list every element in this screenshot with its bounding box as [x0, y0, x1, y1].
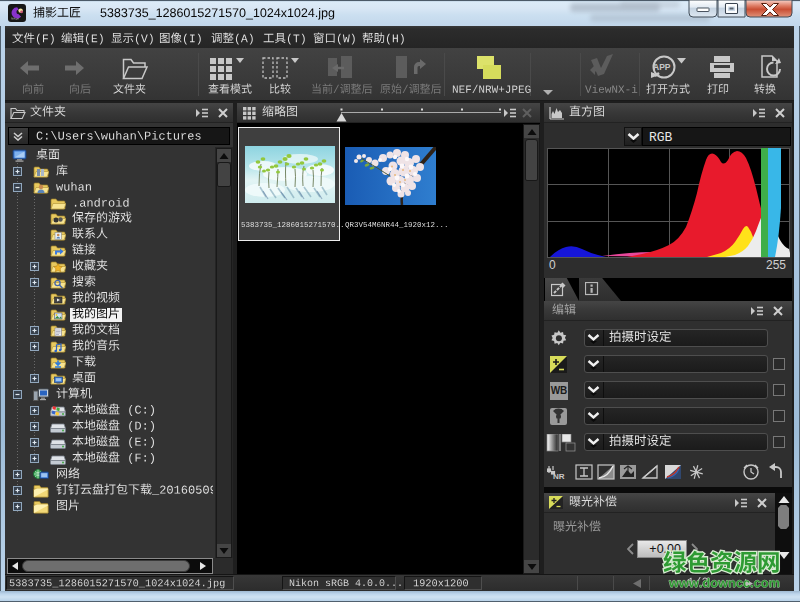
svg-text:NR: NR [553, 472, 565, 481]
svg-text:APP: APP [653, 62, 671, 72]
